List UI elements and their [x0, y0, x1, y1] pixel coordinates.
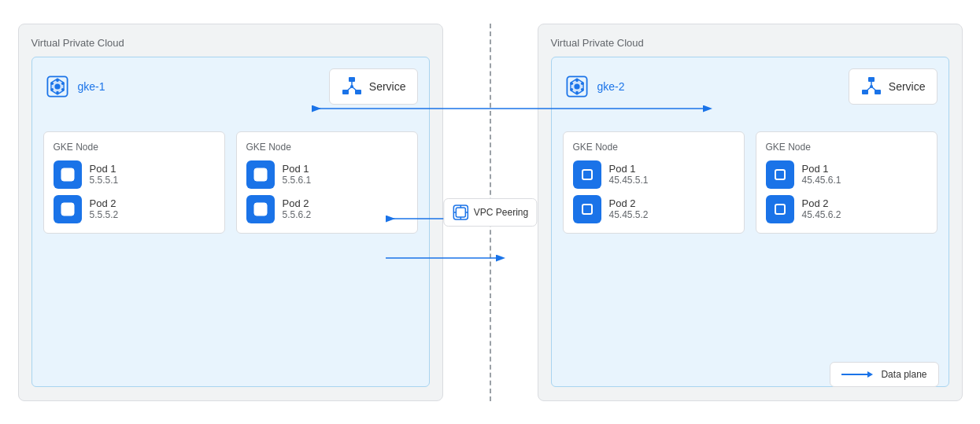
right-node-1-pod-1-info: Pod 1 45.45.5.1 [609, 163, 649, 186]
legend: Data plane [830, 362, 938, 387]
svg-rect-25 [456, 208, 465, 217]
left-service-label: Service [369, 80, 406, 93]
left-node-1-pod-1-ip: 5.5.5.1 [90, 175, 119, 186]
left-node-2-pod-1: Pod 1 5.5.6.1 [246, 160, 408, 189]
svg-marker-53 [867, 371, 873, 378]
legend-arrow [841, 369, 873, 380]
right-node-1-pod-2: Pod 2 45.45.5.2 [573, 195, 734, 223]
right-node-2-pod-2-icon [766, 195, 794, 223]
left-node-1-pod-2: Pod 2 5.5.5.2 [54, 195, 215, 223]
left-node-1-label: GKE Node [54, 142, 215, 153]
svg-point-15 [350, 85, 353, 88]
svg-point-5 [50, 82, 54, 85]
left-node-2-label: GKE Node [246, 142, 408, 153]
left-node-2-pod-1-ip: 5.5.6.1 [283, 175, 312, 186]
left-cluster-icon [43, 72, 72, 101]
right-node-1-pod-1-ip: 45.45.5.1 [609, 175, 649, 186]
left-node-2-pod-2-info: Pod 2 5.5.6.2 [283, 197, 312, 220]
svg-point-8 [61, 88, 64, 91]
left-vpc-label: Virtual Private Cloud [31, 37, 430, 49]
legend-data-plane-label: Data plane [881, 369, 926, 380]
svg-rect-48 [775, 170, 785, 179]
svg-rect-47 [582, 205, 592, 214]
left-node-1-pod-2-info: Pod 2 5.5.5.2 [90, 197, 119, 220]
svg-rect-39 [868, 77, 875, 82]
left-node-1-pod-2-ip: 5.5.5.2 [90, 209, 119, 220]
svg-rect-49 [775, 205, 785, 214]
diagram-container: Virtual Private Cloud [0, 0, 980, 424]
svg-point-34 [575, 90, 579, 94]
svg-point-2 [54, 83, 60, 89]
svg-point-6 [61, 82, 64, 85]
right-node-2: GKE Node Pod 1 45.45.6.1 [756, 131, 937, 234]
svg-point-33 [575, 79, 579, 82]
right-node-1-pod-2-icon [573, 195, 601, 223]
left-nodes-row: GKE Node Pod 1 5.5.5.1 [43, 131, 418, 234]
svg-point-32 [574, 83, 579, 89]
right-service-label: Service [889, 80, 926, 93]
svg-point-3 [56, 79, 59, 82]
vpc-peering-icon [452, 204, 469, 221]
left-node-2-pod-1-icon [246, 160, 275, 189]
right-node-2-pod-1-name: Pod 1 [802, 163, 841, 175]
svg-point-45 [870, 85, 873, 88]
right-node-2-pod-2-name: Pod 2 [802, 197, 841, 209]
svg-point-38 [580, 88, 583, 91]
left-pod-2-icon [54, 195, 82, 223]
left-vpc-box: Virtual Private Cloud [18, 24, 443, 401]
right-cluster-header: gke-2 [563, 72, 625, 101]
right-node-2-pod-1-icon [766, 160, 794, 189]
right-node-1-pod-1: Pod 1 45.45.5.1 [573, 160, 734, 189]
left-cluster-label: gke-1 [78, 80, 105, 93]
right-node-2-pod-2-ip: 45.45.6.2 [802, 209, 841, 220]
right-node-2-pod-1-info: Pod 1 45.45.6.1 [802, 163, 841, 186]
right-node-2-pod-1-ip: 45.45.6.1 [802, 175, 841, 186]
left-cluster-header: gke-1 [43, 72, 105, 101]
left-node-1-pod-1: Pod 1 5.5.5.1 [54, 160, 215, 189]
svg-rect-46 [582, 170, 592, 179]
right-vpc-label: Virtual Private Cloud [551, 37, 949, 49]
legend-arrow-icon [841, 369, 873, 380]
right-service-icon [860, 76, 882, 98]
left-node-1-pod-2-name: Pod 2 [90, 197, 119, 209]
right-cluster-icon [563, 72, 591, 101]
left-pod-1-icon [54, 160, 82, 189]
right-node-2-label: GKE Node [766, 142, 927, 153]
left-node-1-pod-1-info: Pod 1 5.5.5.1 [90, 163, 119, 186]
left-node-2-pod-1-info: Pod 1 5.5.6.1 [283, 163, 312, 186]
svg-point-4 [56, 90, 59, 94]
right-node-1-pod-2-info: Pod 2 45.45.5.2 [609, 197, 649, 220]
left-service-icon [341, 76, 363, 98]
svg-rect-9 [349, 77, 355, 82]
right-node-1-pod-2-ip: 45.45.5.2 [609, 209, 649, 220]
svg-point-7 [50, 88, 54, 91]
right-cluster-box: gke-2 Service [551, 57, 949, 387]
svg-point-37 [570, 88, 573, 91]
right-node-1-pod-2-name: Pod 2 [609, 197, 649, 209]
svg-point-36 [580, 82, 583, 85]
right-node-1-pod-1-name: Pod 1 [609, 163, 649, 175]
right-cluster-label: gke-2 [597, 80, 625, 93]
right-node-1: GKE Node Pod 1 45.45.5.1 [563, 131, 745, 234]
vpc-peering-label: VPC Peering [474, 207, 528, 218]
left-node-2-pod-2-icon [246, 195, 275, 223]
left-service-box: Service [329, 68, 418, 105]
right-nodes-row: GKE Node Pod 1 45.45.5.1 [563, 131, 937, 234]
right-service-box: Service [849, 68, 937, 105]
left-node-2-pod-2-name: Pod 2 [283, 197, 312, 209]
right-vpc-box: Virtual Private Cloud [538, 24, 963, 401]
left-node-1: GKE Node Pod 1 5.5.5.1 [43, 131, 225, 234]
svg-point-35 [570, 82, 573, 85]
left-cluster-box: gke-1 Servi [31, 57, 430, 387]
left-node-1-pod-1-name: Pod 1 [90, 163, 119, 175]
right-node-2-pod-1: Pod 1 45.45.6.1 [766, 160, 927, 189]
left-node-2-pod-2: Pod 2 5.5.6.2 [246, 195, 408, 223]
right-node-1-pod-1-icon [573, 160, 601, 189]
left-node-2: GKE Node Pod 1 5.5.6.1 [236, 131, 418, 234]
vpc-peering-box: VPC Peering [443, 198, 537, 227]
left-node-2-pod-2-ip: 5.5.6.2 [283, 209, 312, 220]
right-node-2-pod-2-info: Pod 2 45.45.6.2 [802, 197, 841, 220]
left-node-2-pod-1-name: Pod 1 [283, 163, 312, 175]
right-node-1-label: GKE Node [573, 142, 734, 153]
right-node-2-pod-2: Pod 2 45.45.6.2 [766, 195, 927, 223]
